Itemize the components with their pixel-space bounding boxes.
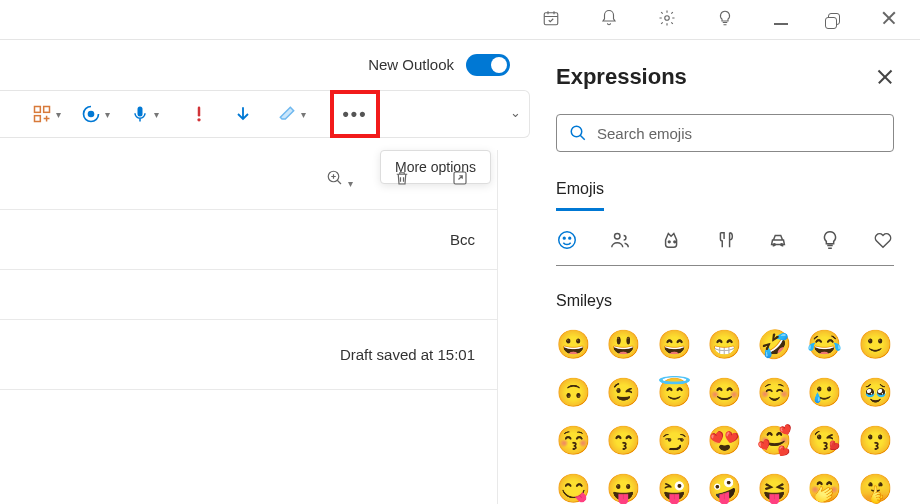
tab-emojis[interactable]: Emojis [556,180,604,211]
cat-smileys-icon[interactable] [556,229,578,255]
emoji-item[interactable]: 😚 [556,424,590,458]
svg-point-13 [563,237,565,239]
emoji-item[interactable]: 😗 [858,424,892,458]
emoji-item[interactable]: 🤭 [807,472,841,504]
draft-status-text: Draft saved at 15:01 [340,346,475,363]
cat-animals-icon[interactable] [661,229,683,255]
emoji-item[interactable]: 🙃 [556,376,590,410]
emoji-item[interactable]: 😘 [807,424,841,458]
chevron-down-icon: ▾ [56,109,61,120]
emoji-item[interactable]: 😝 [757,472,791,504]
eraser-button[interactable]: ▾ [271,100,312,128]
close-panel-icon[interactable] [876,68,894,86]
chevron-down-icon: ▾ [154,109,159,120]
svg-point-11 [571,126,582,137]
compose-toolbar: ▾ ▾ ▾ ▾ ••• [0,90,530,138]
emoji-item[interactable]: 🥹 [858,376,892,410]
bcc-button[interactable]: Bcc [450,231,475,248]
emoji-item[interactable]: 🥲 [807,376,841,410]
emoji-grid: 😀😃😄😁🤣😂🙂🙃😉😇😊☺️🥲🥹😚😙😏😍🥰😘😗😋😛😜🤪😝🤭🤫 [556,328,894,504]
emoji-item[interactable]: 😃 [606,328,640,362]
emoji-category-row [556,229,894,266]
search-icon [569,124,587,142]
svg-point-12 [559,232,576,249]
emoji-search-box[interactable] [556,114,894,152]
title-bar [0,0,920,40]
emoji-item[interactable]: 😋 [556,472,590,504]
draft-status-row: Draft saved at 15:01 [0,320,497,390]
ribbon-expand-icon[interactable]: ⌄ [510,105,521,120]
emoji-section-label: Smileys [556,292,894,310]
compose-body: ▾ Bcc Draft saved at 15:01 [0,150,498,504]
emoji-item[interactable]: 😜 [657,472,691,504]
lightbulb-icon[interactable] [716,9,734,31]
svg-point-8 [197,118,200,121]
new-outlook-row: New Outlook [0,40,530,90]
minimize-icon[interactable] [774,11,788,29]
emoji-item[interactable]: 😁 [707,328,741,362]
emoji-item[interactable]: 🤣 [757,328,791,362]
svg-rect-3 [44,107,50,113]
emoji-item[interactable]: 😏 [657,424,691,458]
loop-button[interactable]: ▾ [75,100,116,128]
cat-symbols-icon[interactable] [872,229,894,255]
emoji-item[interactable]: 😍 [707,424,741,458]
cat-objects-icon[interactable] [819,229,841,255]
priority-high-button[interactable] [183,100,215,128]
compose-action-row: ▾ [0,150,497,210]
close-icon[interactable] [880,9,898,31]
emoji-search-input[interactable] [597,125,881,142]
emoji-item[interactable]: 🥰 [757,424,791,458]
svg-point-1 [665,15,670,20]
emoji-item[interactable]: 😛 [606,472,640,504]
popout-icon[interactable] [451,169,469,191]
more-options-button[interactable]: ••• [330,90,380,138]
arrow-down-button[interactable] [227,100,259,128]
new-outlook-toggle[interactable] [466,54,510,76]
svg-point-5 [89,112,94,117]
emoji-item[interactable]: 😉 [606,376,640,410]
dictate-button[interactable]: ▾ [124,100,165,128]
gear-icon[interactable] [658,9,676,31]
svg-point-14 [569,237,571,239]
chevron-down-icon: ▾ [348,178,353,189]
svg-point-17 [674,241,676,243]
svg-rect-6 [138,107,143,117]
expressions-tabs: Emojis [556,180,894,211]
chevron-down-icon: ▾ [105,109,110,120]
svg-rect-7 [198,107,201,117]
emoji-item[interactable]: 😂 [807,328,841,362]
expressions-title: Expressions [556,64,687,90]
new-outlook-label: New Outlook [368,56,454,73]
svg-point-15 [614,234,620,240]
expressions-panel: Expressions Emojis Smileys 😀 [530,40,920,504]
emoji-item[interactable]: 🙂 [858,328,892,362]
emoji-item[interactable]: 😊 [707,376,741,410]
svg-rect-2 [35,107,41,113]
delete-icon[interactable] [393,169,411,191]
subject-row[interactable] [0,270,497,320]
emoji-item[interactable]: 😇 [657,376,691,410]
cat-people-icon[interactable] [609,229,631,255]
bcc-row: Bcc [0,210,497,270]
emoji-item[interactable]: ☺️ [757,376,791,410]
svg-point-16 [669,241,671,243]
restore-icon[interactable] [828,11,840,29]
svg-rect-0 [544,12,558,24]
emoji-item[interactable]: 🤫 [858,472,892,504]
emoji-item[interactable]: 😀 [556,328,590,362]
emoji-item[interactable]: 😙 [606,424,640,458]
bell-icon[interactable] [600,9,618,31]
cat-travel-icon[interactable] [767,229,789,255]
svg-rect-4 [35,116,41,122]
emoji-item[interactable]: 🤪 [707,472,741,504]
chevron-down-icon: ▾ [301,109,306,120]
emoji-item[interactable]: 😄 [657,328,691,362]
apps-button[interactable]: ▾ [26,100,67,128]
cat-food-icon[interactable] [714,229,736,255]
zoom-icon[interactable]: ▾ [326,169,353,191]
calendar-check-icon[interactable] [542,9,560,31]
